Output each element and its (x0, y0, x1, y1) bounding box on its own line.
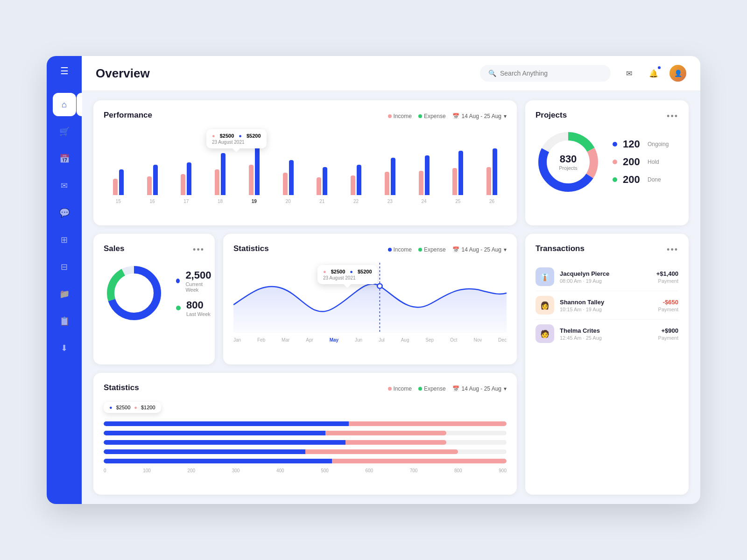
h-bar-row (104, 440, 507, 445)
h-bar-pink (345, 440, 446, 445)
bar-x-label: 800 (454, 468, 462, 473)
sales-header: Sales ••• (104, 244, 204, 255)
transactions-more-button[interactable]: ••• (667, 245, 678, 255)
performance-date-range[interactable]: 📅 14 Aug - 25 Aug ▾ (452, 113, 507, 119)
sidebar-item-mail[interactable]: ✉ (53, 174, 76, 197)
bar-group: 16 (138, 165, 167, 204)
statistics-date-range[interactable]: 📅 14 Aug - 25 Aug ▾ (452, 246, 507, 253)
mail-button[interactable]: ✉ (620, 64, 638, 82)
transaction-item: 👩Shannon Talley10:15 Am · 19 Aug-$650Pay… (536, 291, 678, 320)
line-chart-wrapper: ● $2500 ● $5200 23 August 2021 (233, 263, 507, 343)
last-week-dot (176, 306, 181, 310)
sales-current-info: 2,500 Current Week (185, 269, 212, 293)
bar-x-label: 600 (365, 468, 373, 473)
transaction-avatar: 👩 (536, 296, 554, 315)
bar-group: 22 (341, 165, 371, 204)
sidebar-item-layers[interactable]: ⊞ (53, 228, 76, 252)
h-bar-track (104, 449, 507, 454)
bar-group: 18 (205, 153, 235, 204)
bar-chevron-icon: ▾ (504, 385, 507, 392)
bar-label: 15 (116, 199, 121, 204)
bar-label: 24 (422, 199, 427, 204)
project-stat-done: 200 Done (613, 174, 669, 186)
bar-label: 19 (252, 199, 257, 204)
current-week-label: Current Week (185, 281, 212, 293)
svg-point-8 (377, 284, 382, 288)
x-label: May (330, 337, 338, 343)
bar-pair (283, 160, 294, 195)
donut-center: 830 Projects (559, 153, 578, 171)
bar-label: 17 (183, 199, 189, 204)
bar-pair (317, 167, 327, 195)
transaction-value: -$650 (658, 299, 678, 306)
performance-legend: Income Expense 📅 14 Aug - 25 Aug ▾ (388, 113, 507, 119)
chevron-icon: ▾ (504, 113, 507, 119)
bar-chart-tooltip: ● $2500 ● $1200 (104, 402, 161, 413)
h-bar-blue (104, 449, 305, 454)
notification-button[interactable]: 🔔 (645, 64, 662, 82)
last-week-label: Last Week (186, 311, 211, 317)
bar-pair (147, 165, 158, 195)
expense-bar (181, 174, 185, 195)
folder-icon: 📁 (59, 289, 70, 299)
menu-icon[interactable]: ☰ (60, 65, 69, 77)
bar-income-legend: Income (388, 385, 412, 392)
bar-group: 23 (375, 158, 405, 204)
performance-card: Performance Income Expense 📅 14 Aug - (93, 100, 517, 225)
transaction-type: Payment (658, 335, 678, 341)
bar-x-label: 300 (232, 468, 240, 473)
bar-group: 20 (274, 160, 303, 204)
row2-container: Sales ••• (93, 234, 517, 364)
bar-tooltip-dot2: ● (134, 405, 137, 410)
search-input[interactable] (500, 70, 602, 77)
sidebar-item-calendar[interactable]: 📅 (53, 147, 76, 170)
transaction-item: 🧑Thelma Crites12:45 Am · 25 Aug+$900Paym… (536, 320, 678, 348)
bell-icon: 🔔 (649, 69, 658, 78)
main-content: Overview 🔍 ✉ 🔔 👤 (82, 56, 700, 504)
performance-bar-chart: 151617181920212223242526 (104, 129, 507, 204)
bar-chart-x-labels: 0100200300400500600700800900 (104, 468, 507, 473)
bar-label: 26 (489, 199, 494, 204)
tooltip-date: 23 August 2021 (212, 140, 261, 145)
search-bar[interactable]: 🔍 (480, 65, 611, 82)
sidebar-item-table[interactable]: ⊟ (53, 255, 76, 279)
h-bar-blue (104, 421, 349, 426)
stat-income-dot (388, 248, 392, 252)
bar-pair (452, 151, 463, 195)
sidebar-item-download[interactable]: ⬇ (53, 336, 76, 360)
sidebar-item-home[interactable]: ⌂ (53, 93, 76, 116)
income-bar (153, 165, 158, 195)
bar-pair (215, 153, 226, 195)
transaction-type: Payment (658, 307, 678, 312)
project-stat-hold: 200 Hold (613, 156, 669, 168)
sidebar-item-cart[interactable]: 🛒 (53, 120, 76, 143)
h-bar-blue (104, 440, 345, 445)
projects-more-button[interactable]: ••• (667, 112, 678, 121)
transaction-type: Payment (656, 278, 678, 284)
bar-pair (351, 165, 361, 195)
sidebar-item-notes[interactable]: 📋 (53, 309, 76, 333)
project-stat-ongoing: 120 Ongoing (613, 138, 669, 150)
transaction-info: Thelma Crites12:45 Am · 25 Aug (560, 327, 653, 341)
transaction-name: Thelma Crites (560, 327, 653, 334)
sidebar-item-chat[interactable]: 💬 (53, 201, 76, 224)
sales-content: 2,500 Current Week 800 Last Week (104, 263, 204, 323)
bar-x-label: 0 (104, 468, 106, 473)
x-label: Oct (450, 337, 458, 343)
bar-date-range[interactable]: 📅 14 Aug - 25 Aug ▾ (452, 385, 507, 392)
sales-more-button[interactable]: ••• (193, 245, 204, 255)
h-bar-row (104, 459, 507, 463)
expense-bar (249, 165, 254, 195)
stat-tooltip-expense-dot: ● (350, 269, 353, 274)
ongoing-count: 120 (623, 138, 644, 150)
transactions-card: Transactions ••• 👔Jacquelyn Pierce08:00 … (525, 234, 689, 495)
cart-icon: 🛒 (59, 126, 70, 137)
header-actions: ✉ 🔔 👤 (620, 64, 686, 82)
page-title: Overview (96, 66, 480, 81)
line-chart-x-labels: JanFebMarAprMayJunJulAugSepOctNovDec (233, 337, 507, 343)
h-bar-row (104, 449, 507, 454)
sidebar-item-folder[interactable]: 📁 (53, 282, 76, 306)
user-avatar[interactable]: 👤 (669, 65, 686, 82)
bar-x-label: 400 (276, 468, 284, 473)
avatar-icon: 👤 (674, 70, 682, 77)
